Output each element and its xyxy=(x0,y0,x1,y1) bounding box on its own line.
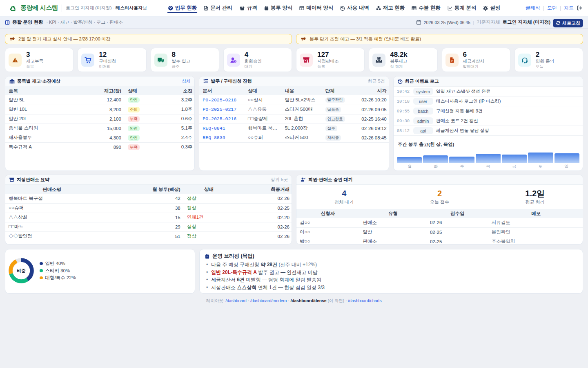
svg-text:비중: 비중 xyxy=(17,268,26,273)
